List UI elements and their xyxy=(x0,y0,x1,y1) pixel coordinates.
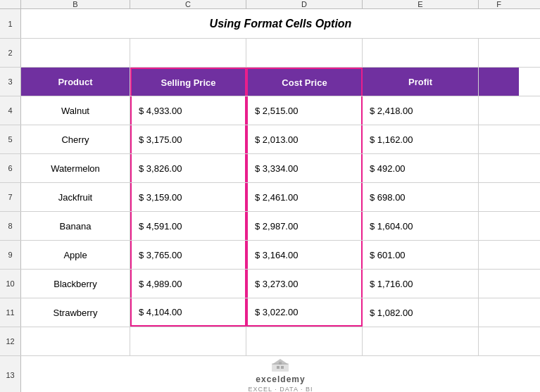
row-3-header: 3 Product Selling Price Cost Price Profi… xyxy=(0,68,540,96)
corner-cell xyxy=(0,0,21,8)
cell-7-product[interactable]: Jackfruit xyxy=(21,183,130,211)
cell-9-cost[interactable]: $ 3,164.00 xyxy=(246,241,363,269)
cell-9f[interactable] xyxy=(479,241,519,269)
page-title: Using Format Cells Option xyxy=(25,18,536,30)
cell-12e[interactable] xyxy=(363,327,479,355)
rownum-10: 10 xyxy=(0,270,21,298)
cell-5-product[interactable]: Cherry xyxy=(21,125,130,153)
col-header-d[interactable]: D xyxy=(246,0,363,8)
row-5: 5 Cherry $ 3,175.00 $ 2,013.00 $ 1,162.0… xyxy=(0,125,540,154)
rownum-11: 11 xyxy=(0,298,21,327)
rownum-12: 12 xyxy=(0,327,21,355)
cell-8f[interactable] xyxy=(479,212,519,240)
cell-11f[interactable] xyxy=(479,298,519,327)
cell-6-profit[interactable]: $ 492.00 xyxy=(363,154,479,182)
cell-10-selling[interactable]: $ 4,989.00 xyxy=(130,270,246,298)
svg-rect-3 xyxy=(281,366,284,369)
rownum-6: 6 xyxy=(0,154,21,182)
cell-7-cost[interactable]: $ 2,461.00 xyxy=(246,183,363,211)
cell-9-profit[interactable]: $ 601.00 xyxy=(363,241,479,269)
row-4: 4 Walnut $ 4,933.00 $ 2,515.00 $ 2,418.0… xyxy=(0,96,540,125)
cell-5-profit[interactable]: $ 1,162.00 xyxy=(363,125,479,153)
rownum-3: 3 xyxy=(0,68,21,96)
cell-7f[interactable] xyxy=(479,183,519,211)
col-header-c[interactable]: C xyxy=(130,0,246,8)
row-2: 2 xyxy=(0,39,540,68)
cell-10-product[interactable]: Blackberry xyxy=(21,270,130,298)
cell-6-product[interactable]: Watermelon xyxy=(21,154,130,182)
row-6: 6 Watermelon $ 3,826.00 $ 3,334.00 $ 492… xyxy=(0,154,540,183)
row-12: 12 xyxy=(0,327,540,356)
col-header-b[interactable]: B xyxy=(21,0,130,8)
cell-12b[interactable] xyxy=(21,327,130,355)
rownum-13: 13 xyxy=(0,356,21,392)
row-10: 10 Blackberry $ 4,989.00 $ 3,273.00 $ 1,… xyxy=(0,270,540,298)
cell-6-cost[interactable]: $ 3,334.00 xyxy=(246,154,363,182)
row-13: 13 exceldemy EXCEL · DATA · BI xyxy=(0,356,540,392)
svg-rect-2 xyxy=(277,366,280,369)
cell-10-profit[interactable]: $ 1,716.00 xyxy=(363,270,479,298)
header-selling-price: Selling Price xyxy=(130,68,246,96)
header-empty xyxy=(479,68,519,96)
cell-11-selling[interactable]: $ 4,104.00 xyxy=(130,298,246,327)
rownum-5: 5 xyxy=(0,125,21,153)
row-8: 8 Banana $ 4,591.00 $ 2,987.00 $ 1,604.0… xyxy=(0,212,540,241)
cell-4-cost[interactable]: $ 2,515.00 xyxy=(246,96,363,125)
cell-4f[interactable] xyxy=(479,96,519,125)
cell-2b[interactable] xyxy=(21,39,130,67)
cell-6-selling[interactable]: $ 3,826.00 xyxy=(130,154,246,182)
cell-2c[interactable] xyxy=(130,39,246,67)
header-product: Product xyxy=(21,68,130,96)
header-cost-price: Cost Price xyxy=(246,68,363,96)
rownum-4: 4 xyxy=(0,96,21,125)
cell-10f[interactable] xyxy=(479,270,519,298)
row-11: 11 Strawberry $ 4,104.00 $ 3,022.00 $ 1,… xyxy=(0,298,540,327)
watermark: exceldemy EXCEL · DATA · BI xyxy=(249,358,313,392)
cell-5-cost[interactable]: $ 2,013.00 xyxy=(246,125,363,153)
cell-9-product[interactable]: Apple xyxy=(21,241,130,269)
cell-8-profit[interactable]: $ 1,604.00 xyxy=(363,212,479,240)
cell-11-cost[interactable]: $ 3,022.00 xyxy=(246,298,363,327)
row-1: 1 Using Format Cells Option xyxy=(0,9,540,39)
exceldemy-logo-icon xyxy=(270,358,290,373)
rownum-7: 7 xyxy=(0,183,21,211)
rownum-2: 2 xyxy=(0,39,21,67)
cell-6f[interactable] xyxy=(479,154,519,182)
header-profit: Profit xyxy=(363,68,479,96)
cell-8-selling[interactable]: $ 4,591.00 xyxy=(130,212,246,240)
cell-8-cost[interactable]: $ 2,987.00 xyxy=(246,212,363,240)
row-7: 7 Jackfruit $ 3,159.00 $ 2,461.00 $ 698.… xyxy=(0,183,540,212)
cell-12d[interactable] xyxy=(246,327,363,355)
cell-11-profit[interactable]: $ 1,082.00 xyxy=(363,298,479,327)
svg-rect-4 xyxy=(279,362,282,365)
cell-2f[interactable] xyxy=(479,39,519,67)
rownum-8: 8 xyxy=(0,212,21,240)
cell-7-selling[interactable]: $ 3,159.00 xyxy=(130,183,246,211)
cell-11-product[interactable]: Strawberry xyxy=(21,298,130,327)
watermark-tagline: EXCEL · DATA · BI xyxy=(249,386,313,392)
rownum-9: 9 xyxy=(0,241,21,269)
title-cell: Using Format Cells Option xyxy=(21,9,540,38)
cell-5-selling[interactable]: $ 3,175.00 xyxy=(130,125,246,153)
cell-4-selling[interactable]: $ 4,933.00 xyxy=(130,96,246,125)
cell-8-product[interactable]: Banana xyxy=(21,212,130,240)
col-header-e[interactable]: E xyxy=(363,0,479,8)
column-headers: B C D E F xyxy=(0,0,540,9)
cell-12c[interactable] xyxy=(130,327,246,355)
row-9: 9 Apple $ 3,765.00 $ 3,164.00 $ 601.00 xyxy=(0,241,540,270)
cell-10-cost[interactable]: $ 3,273.00 xyxy=(246,270,363,298)
cell-9-selling[interactable]: $ 3,765.00 xyxy=(130,241,246,269)
watermark-cell: exceldemy EXCEL · DATA · BI xyxy=(21,356,540,392)
cell-5f[interactable] xyxy=(479,125,519,153)
cell-12f[interactable] xyxy=(479,327,519,355)
cell-2d[interactable] xyxy=(246,39,363,67)
cell-4-profit[interactable]: $ 2,418.00 xyxy=(363,96,479,125)
grid-body: 1 Using Format Cells Option 2 3 Product … xyxy=(0,9,540,392)
watermark-brand: exceldemy xyxy=(256,374,305,384)
spreadsheet: B C D E F 1 Using Format Cells Option 2 xyxy=(0,0,540,392)
cell-4-product[interactable]: Walnut xyxy=(21,96,130,125)
rownum-1: 1 xyxy=(0,9,21,38)
cell-2e[interactable] xyxy=(363,39,479,67)
cell-7-profit[interactable]: $ 698.00 xyxy=(363,183,479,211)
col-header-f[interactable]: F xyxy=(479,0,519,8)
